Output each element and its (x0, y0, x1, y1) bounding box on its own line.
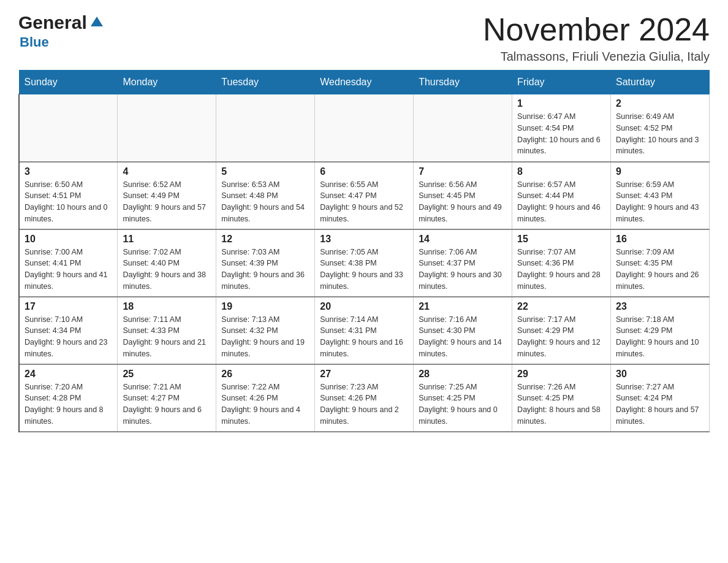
calendar-cell: 28Sunrise: 7:25 AMSunset: 4:25 PMDayligh… (414, 364, 512, 432)
calendar-week-row: 3Sunrise: 6:50 AMSunset: 4:51 PMDaylight… (19, 162, 710, 229)
calendar-cell: 5Sunrise: 6:53 AMSunset: 4:48 PMDaylight… (216, 162, 315, 229)
day-number: 29 (517, 369, 605, 380)
day-number: 24 (25, 369, 112, 380)
calendar-cell: 29Sunrise: 7:26 AMSunset: 4:25 PMDayligh… (512, 364, 611, 432)
day-number: 23 (616, 301, 704, 312)
day-number: 3 (25, 166, 112, 177)
calendar-cell: 22Sunrise: 7:17 AMSunset: 4:29 PMDayligh… (512, 297, 611, 364)
day-number: 13 (320, 234, 408, 245)
calendar-cell (414, 94, 512, 162)
day-number: 30 (616, 369, 704, 380)
weekday-header-monday: Monday (118, 71, 216, 94)
day-number: 12 (221, 234, 309, 245)
day-info: Sunrise: 6:53 AMSunset: 4:48 PMDaylight:… (221, 179, 309, 225)
day-number: 16 (616, 234, 704, 245)
calendar-cell: 9Sunrise: 6:59 AMSunset: 4:43 PMDaylight… (611, 162, 710, 229)
day-info: Sunrise: 6:56 AMSunset: 4:45 PMDaylight:… (419, 179, 507, 225)
calendar-cell: 8Sunrise: 6:57 AMSunset: 4:44 PMDaylight… (512, 162, 611, 229)
weekday-header-sunday: Sunday (19, 71, 118, 94)
calendar-cell: 11Sunrise: 7:02 AMSunset: 4:40 PMDayligh… (118, 229, 216, 297)
day-number: 25 (123, 369, 211, 380)
calendar-week-row: 1Sunrise: 6:47 AMSunset: 4:54 PMDaylight… (19, 94, 710, 162)
calendar-week-row: 10Sunrise: 7:00 AMSunset: 4:41 PMDayligh… (19, 229, 710, 297)
calendar-cell: 16Sunrise: 7:09 AMSunset: 4:35 PMDayligh… (611, 229, 710, 297)
day-info: Sunrise: 7:14 AMSunset: 4:31 PMDaylight:… (320, 314, 408, 360)
day-number: 10 (25, 234, 112, 245)
day-number: 18 (123, 301, 211, 312)
logo-blue-text: Blue (20, 34, 49, 50)
weekday-header-friday: Friday (512, 71, 611, 94)
calendar-cell (216, 94, 315, 162)
calendar-cell: 15Sunrise: 7:07 AMSunset: 4:36 PMDayligh… (512, 229, 611, 297)
day-number: 26 (221, 369, 309, 380)
day-info: Sunrise: 7:27 AMSunset: 4:24 PMDaylight:… (616, 381, 704, 427)
day-number: 1 (517, 98, 605, 109)
title-area: November 2024 Talmassons, Friuli Venezia… (483, 12, 710, 64)
calendar-cell: 3Sunrise: 6:50 AMSunset: 4:51 PMDaylight… (19, 162, 118, 229)
day-number: 22 (517, 301, 605, 312)
day-number: 8 (517, 166, 605, 177)
day-info: Sunrise: 7:03 AMSunset: 4:39 PMDaylight:… (221, 247, 309, 293)
calendar-cell: 2Sunrise: 6:49 AMSunset: 4:52 PMDaylight… (611, 94, 710, 162)
day-info: Sunrise: 7:16 AMSunset: 4:30 PMDaylight:… (419, 314, 507, 360)
day-info: Sunrise: 6:49 AMSunset: 4:52 PMDaylight:… (616, 111, 704, 157)
page-header: General Blue November 2024 Talmassons, F… (18, 12, 710, 64)
calendar-cell: 12Sunrise: 7:03 AMSunset: 4:39 PMDayligh… (216, 229, 315, 297)
day-number: 6 (320, 166, 408, 177)
weekday-header-tuesday: Tuesday (216, 71, 315, 94)
day-info: Sunrise: 6:57 AMSunset: 4:44 PMDaylight:… (517, 179, 605, 225)
day-info: Sunrise: 7:22 AMSunset: 4:26 PMDaylight:… (221, 381, 309, 427)
calendar-cell: 6Sunrise: 6:55 AMSunset: 4:47 PMDaylight… (315, 162, 414, 229)
calendar-cell (19, 94, 118, 162)
calendar-cell: 13Sunrise: 7:05 AMSunset: 4:38 PMDayligh… (315, 229, 414, 297)
calendar-cell: 17Sunrise: 7:10 AMSunset: 4:34 PMDayligh… (19, 297, 118, 364)
weekday-header-wednesday: Wednesday (315, 71, 414, 94)
calendar-cell: 1Sunrise: 6:47 AMSunset: 4:54 PMDaylight… (512, 94, 611, 162)
calendar-cell: 26Sunrise: 7:22 AMSunset: 4:26 PMDayligh… (216, 364, 315, 432)
calendar-cell: 4Sunrise: 6:52 AMSunset: 4:49 PMDaylight… (118, 162, 216, 229)
day-info: Sunrise: 6:47 AMSunset: 4:54 PMDaylight:… (517, 111, 605, 157)
month-title: November 2024 (483, 12, 710, 47)
weekday-header-saturday: Saturday (611, 71, 710, 94)
calendar-week-row: 24Sunrise: 7:20 AMSunset: 4:28 PMDayligh… (19, 364, 710, 432)
day-info: Sunrise: 7:13 AMSunset: 4:32 PMDaylight:… (221, 314, 309, 360)
day-number: 9 (616, 166, 704, 177)
day-info: Sunrise: 7:23 AMSunset: 4:26 PMDaylight:… (320, 381, 408, 427)
day-number: 27 (320, 369, 408, 380)
logo: General Blue (18, 12, 105, 50)
day-info: Sunrise: 7:05 AMSunset: 4:38 PMDaylight:… (320, 247, 408, 293)
day-info: Sunrise: 6:55 AMSunset: 4:47 PMDaylight:… (320, 179, 408, 225)
day-number: 2 (616, 98, 704, 109)
day-info: Sunrise: 7:02 AMSunset: 4:40 PMDaylight:… (123, 247, 211, 293)
calendar-cell (118, 94, 216, 162)
day-info: Sunrise: 7:18 AMSunset: 4:29 PMDaylight:… (616, 314, 704, 360)
day-info: Sunrise: 7:25 AMSunset: 4:25 PMDaylight:… (419, 381, 507, 427)
day-number: 19 (221, 301, 309, 312)
day-info: Sunrise: 7:20 AMSunset: 4:28 PMDaylight:… (25, 381, 112, 427)
day-number: 15 (517, 234, 605, 245)
calendar-cell: 24Sunrise: 7:20 AMSunset: 4:28 PMDayligh… (19, 364, 118, 432)
logo-general-text: General (18, 12, 87, 33)
day-info: Sunrise: 7:21 AMSunset: 4:27 PMDaylight:… (123, 381, 211, 427)
day-info: Sunrise: 7:09 AMSunset: 4:35 PMDaylight:… (616, 247, 704, 293)
calendar-cell: 19Sunrise: 7:13 AMSunset: 4:32 PMDayligh… (216, 297, 315, 364)
calendar-cell: 18Sunrise: 7:11 AMSunset: 4:33 PMDayligh… (118, 297, 216, 364)
day-number: 5 (221, 166, 309, 177)
day-number: 4 (123, 166, 211, 177)
calendar-cell: 25Sunrise: 7:21 AMSunset: 4:27 PMDayligh… (118, 364, 216, 432)
calendar-cell: 14Sunrise: 7:06 AMSunset: 4:37 PMDayligh… (414, 229, 512, 297)
day-info: Sunrise: 7:00 AMSunset: 4:41 PMDaylight:… (25, 247, 112, 293)
day-info: Sunrise: 7:10 AMSunset: 4:34 PMDaylight:… (25, 314, 112, 360)
day-info: Sunrise: 6:50 AMSunset: 4:51 PMDaylight:… (25, 179, 112, 225)
day-info: Sunrise: 7:26 AMSunset: 4:25 PMDaylight:… (517, 381, 605, 427)
day-number: 7 (419, 166, 507, 177)
weekday-header-thursday: Thursday (414, 71, 512, 94)
calendar-table: SundayMondayTuesdayWednesdayThursdayFrid… (18, 70, 710, 432)
svg-marker-0 (91, 17, 103, 26)
day-info: Sunrise: 7:17 AMSunset: 4:29 PMDaylight:… (517, 314, 605, 360)
day-number: 21 (419, 301, 507, 312)
calendar-cell: 21Sunrise: 7:16 AMSunset: 4:30 PMDayligh… (414, 297, 512, 364)
calendar-week-row: 17Sunrise: 7:10 AMSunset: 4:34 PMDayligh… (19, 297, 710, 364)
day-number: 17 (25, 301, 112, 312)
day-number: 11 (123, 234, 211, 245)
